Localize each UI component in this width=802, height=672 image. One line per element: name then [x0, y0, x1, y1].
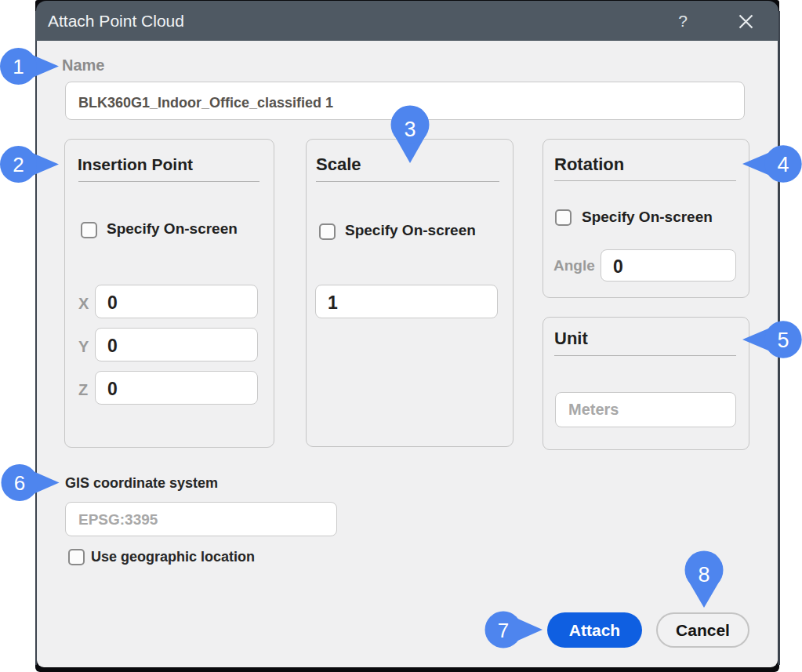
svg-text:4: 4: [777, 153, 789, 176]
svg-text:6: 6: [14, 471, 25, 495]
svg-text:2: 2: [13, 153, 24, 176]
svg-text:1: 1: [13, 55, 24, 78]
svg-text:8: 8: [698, 563, 709, 587]
svg-text:3: 3: [404, 118, 416, 141]
svg-text:7: 7: [498, 619, 509, 642]
svg-text:5: 5: [777, 329, 789, 352]
